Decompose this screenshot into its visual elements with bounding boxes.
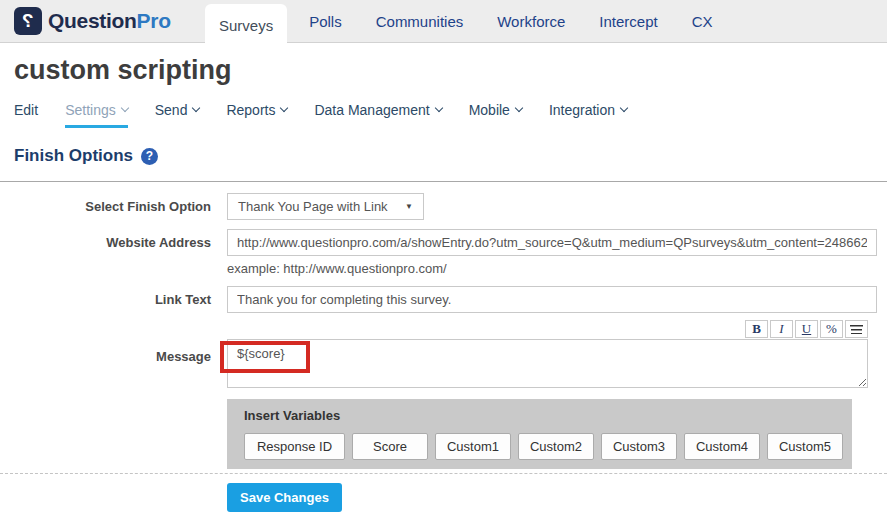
variable-button-custom4[interactable]: Custom4 (684, 433, 760, 460)
link-icon: % (826, 321, 837, 337)
chevron-down-icon (280, 104, 288, 112)
chevron-down-icon (192, 104, 200, 112)
variable-button-score[interactable]: Score (352, 433, 428, 460)
chevron-down-icon (620, 104, 628, 112)
insert-variables-panel: Insert Variables Response ID Score Custo… (227, 399, 852, 469)
italic-button[interactable]: I (770, 320, 793, 338)
subnav-label: Settings (65, 102, 116, 118)
message-format-toolbar: B I U % (0, 320, 868, 338)
italic-icon: I (779, 321, 783, 337)
subnav-label: Send (155, 102, 188, 118)
finish-option-label: Select Finish Option (0, 199, 211, 214)
chevron-down-icon (515, 104, 523, 112)
save-changes-button[interactable]: Save Changes (227, 483, 342, 512)
top-nav: ? QuestionPro Surveys Polls Communities … (0, 0, 887, 43)
tab-workforce[interactable]: Workforce (485, 13, 577, 30)
link-button[interactable]: % (820, 320, 843, 338)
subnav-item-integration[interactable]: Integration (549, 102, 627, 125)
insert-variables-title: Insert Variables (244, 408, 852, 423)
variable-button-custom3[interactable]: Custom3 (601, 433, 677, 460)
finish-option-row: Select Finish Option Thank You Page with… (0, 193, 887, 220)
subnav-label: Edit (14, 102, 38, 118)
subnav-item-reports[interactable]: Reports (226, 102, 287, 125)
align-button[interactable] (845, 320, 868, 338)
website-address-label: Website Address (0, 235, 211, 250)
subnav-item-settings[interactable]: Settings (65, 102, 128, 128)
variable-button-custom1[interactable]: Custom1 (435, 433, 511, 460)
logo-text-pro: Pro (137, 9, 171, 32)
tab-communities[interactable]: Communities (364, 13, 476, 30)
questionpro-logo[interactable]: ? QuestionPro (14, 7, 200, 35)
top-nav-tabs: Surveys Polls Communities Workforce Inte… (200, 0, 730, 42)
message-label: Message (0, 339, 211, 364)
message-row: Message ${score} (0, 339, 887, 392)
page-title: custom scripting (14, 55, 887, 86)
subnav-label: Reports (226, 102, 275, 118)
tab-surveys[interactable]: Surveys (205, 4, 287, 48)
chevron-down-icon (120, 104, 128, 112)
website-address-input[interactable] (227, 229, 877, 256)
subnav-label: Data Management (314, 102, 429, 118)
chevron-down-icon (434, 104, 442, 112)
insert-variables-buttons: Response ID Score Custom1 Custom2 Custom… (244, 433, 852, 460)
finish-option-selected-value: Thank You Page with Link (238, 199, 388, 214)
underline-icon: U (802, 321, 811, 337)
variable-button-custom2[interactable]: Custom2 (518, 433, 594, 460)
link-text-row: Link Text (0, 286, 887, 313)
tab-polls[interactable]: Polls (297, 13, 354, 30)
subnav-item-edit[interactable]: Edit (14, 102, 38, 125)
help-icon[interactable]: ? (141, 148, 158, 165)
subnav-item-mobile[interactable]: Mobile (469, 102, 522, 125)
tab-cx[interactable]: CX (680, 13, 725, 30)
align-icon (850, 325, 863, 334)
subnav-item-send[interactable]: Send (155, 102, 200, 125)
finish-option-select[interactable]: Thank You Page with Link ▼ (227, 193, 424, 220)
bold-button[interactable]: B (745, 320, 768, 338)
variable-button-response-id[interactable]: Response ID (244, 433, 345, 460)
link-text-input[interactable] (227, 286, 877, 313)
message-textarea[interactable]: ${score} (227, 339, 868, 388)
select-dropdown-arrow-icon: ▼ (405, 202, 413, 211)
subnav-label: Integration (549, 102, 615, 118)
logo-text-question: Question (48, 9, 137, 32)
section-divider (0, 181, 887, 182)
subnav-label: Mobile (469, 102, 510, 118)
section-title: Finish Options (14, 146, 133, 166)
subnav-item-data-management[interactable]: Data Management (314, 102, 441, 125)
underline-button[interactable]: U (795, 320, 818, 338)
survey-sub-nav: Edit Settings Send Reports Data Manageme… (14, 102, 887, 128)
bold-icon: B (752, 321, 761, 337)
website-address-example: example: http://www.questionpro.com/ (227, 261, 887, 276)
tab-intercept[interactable]: Intercept (587, 13, 669, 30)
message-textarea-wrap: ${score} (227, 339, 868, 392)
website-address-row: Website Address (0, 229, 887, 256)
questionpro-logo-icon: ? (14, 7, 42, 35)
link-text-label: Link Text (0, 292, 211, 307)
questionpro-logo-text: QuestionPro (48, 9, 171, 33)
variable-button-custom5[interactable]: Custom5 (767, 433, 843, 460)
section-header: Finish Options ? (14, 146, 887, 166)
dashed-divider (0, 473, 887, 474)
